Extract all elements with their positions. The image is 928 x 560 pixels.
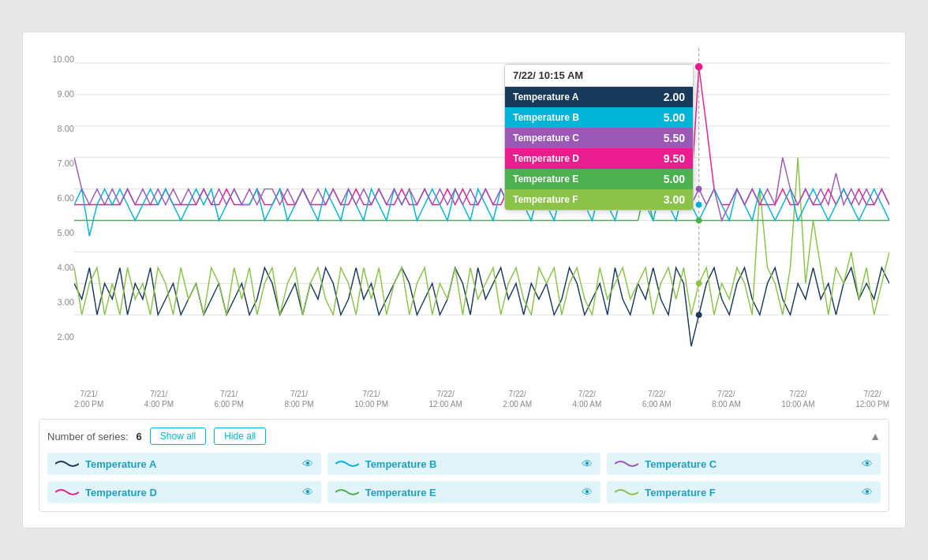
x-label-2: 7/21/6:00 PM [215, 389, 244, 409]
tooltip: 7/22/ 10:15 AM Temperature A 2.00 Temper… [504, 64, 694, 211]
x-label-7: 7/22/4:00 AM [573, 389, 602, 409]
x-axis: 7/21/2:00 PM 7/21/4:00 PM 7/21/6:00 PM 7… [74, 389, 889, 409]
svg-point-10 [696, 312, 702, 318]
y-label-4: 4.00 [58, 263, 74, 272]
legend-line-d [55, 486, 79, 498]
x-label-6: 7/22/2:00 AM [503, 389, 532, 409]
svg-point-12 [696, 186, 702, 192]
legend-label-e: Temperature E [365, 487, 576, 498]
legend-line-a [55, 457, 79, 470]
legend-label-d: Temperature D [85, 487, 296, 498]
x-label-9: 7/22/8:00 AM [712, 389, 741, 409]
legend-item-b[interactable]: Temperature B 👁 [327, 453, 601, 475]
x-label-1: 7/21/4:00 PM [144, 389, 174, 409]
eye-icon-e[interactable]: 👁 [582, 486, 593, 498]
y-label-10: 10.00 [52, 54, 74, 64]
svg-point-14 [696, 218, 702, 224]
tooltip-label-a: Temperature A [513, 91, 578, 103]
tooltip-row-a: Temperature A 2.00 [505, 87, 693, 107]
legend-line-c [615, 457, 638, 470]
eye-icon-b[interactable]: 👁 [582, 457, 593, 470]
tooltip-row-c: Temperature C 5.50 [505, 128, 693, 148]
y-axis: 10.00 9.00 8.00 7.00 6.00 5.00 4.00 3.00… [39, 48, 74, 348]
tooltip-label-e: Temperature E [513, 174, 578, 185]
legend-header: Number of series: 6 Show all Hide all ▲ [47, 427, 881, 445]
x-label-10: 7/22/10:00 AM [781, 389, 814, 409]
legend-label-a: Temperature A [85, 458, 296, 470]
legend-item-d[interactable]: Temperature D 👁 [47, 481, 321, 503]
tooltip-row-d: Temperature D 9.50 [505, 148, 693, 169]
show-all-button[interactable]: Show all [150, 427, 206, 445]
tooltip-title: 7/22/ 10:15 AM [505, 65, 693, 87]
tooltip-value-d: 9.50 [664, 152, 685, 165]
tooltip-label-f: Temperature F [513, 194, 578, 205]
tooltip-row-f: Temperature F 3.00 [505, 189, 693, 210]
tooltip-label-d: Temperature D [513, 153, 579, 164]
eye-icon-f[interactable]: 👁 [862, 486, 873, 498]
legend-label-c: Temperature C [645, 458, 855, 470]
tooltip-value-a: 2.00 [664, 91, 685, 103]
main-card: 10.00 9.00 8.00 7.00 6.00 5.00 4.00 3.00… [22, 32, 906, 528]
legend-series-label: Number of series: [47, 431, 129, 442]
tooltip-value-e: 5.00 [664, 173, 685, 185]
y-label-8: 8.00 [58, 124, 74, 133]
legend-count: 6 [137, 431, 142, 442]
legend-line-f [615, 486, 638, 498]
legend-item-e[interactable]: Temperature E 👁 [327, 481, 601, 503]
legend-grid: Temperature A 👁 Temperature B 👁 Temperat… [47, 453, 881, 503]
x-label-8: 7/22/6:00 AM [642, 389, 672, 409]
x-label-11: 7/22/12:00 PM [855, 389, 889, 409]
y-label-6: 6.00 [58, 193, 74, 203]
x-label-3: 7/21/8:00 PM [284, 389, 313, 409]
legend-item-a[interactable]: Temperature A 👁 [47, 453, 321, 475]
tooltip-value-f: 3.00 [664, 193, 685, 206]
y-label-5: 5.00 [58, 228, 74, 237]
y-label-7: 7.00 [58, 159, 74, 168]
x-label-0: 7/21/2:00 PM [74, 389, 103, 409]
y-label-3: 3.00 [58, 297, 74, 307]
svg-point-13 [695, 63, 703, 71]
legend-line-e [335, 486, 359, 498]
x-label-5: 7/22/12:00 AM [429, 389, 462, 409]
chart-area: 10.00 9.00 8.00 7.00 6.00 5.00 4.00 3.00… [39, 48, 889, 379]
tooltip-row-b: Temperature B 5.00 [505, 107, 693, 128]
tooltip-label-c: Temperature C [513, 133, 579, 144]
legend-collapse-icon[interactable]: ▲ [870, 430, 881, 442]
y-label-9: 9.00 [58, 89, 74, 99]
legend-label-f: Temperature F [645, 487, 855, 498]
eye-icon-a[interactable]: 👁 [302, 457, 313, 470]
chart-svg [74, 48, 889, 348]
tooltip-value-b: 5.00 [664, 111, 685, 124]
tooltip-label-b: Temperature B [513, 112, 579, 123]
y-label-2: 2.00 [58, 332, 74, 342]
eye-icon-d[interactable]: 👁 [302, 486, 313, 498]
hide-all-button[interactable]: Hide all [214, 427, 266, 445]
x-label-4: 7/21/10:00 PM [354, 389, 388, 409]
svg-point-15 [696, 281, 702, 287]
svg-point-11 [696, 202, 702, 208]
tooltip-row-e: Temperature E 5.00 [505, 169, 693, 189]
legend-item-f[interactable]: Temperature F 👁 [607, 481, 881, 503]
legend-item-c[interactable]: Temperature C 👁 [607, 453, 881, 475]
legend-area: Number of series: 6 Show all Hide all ▲ … [39, 419, 889, 512]
legend-label-b: Temperature B [365, 458, 576, 470]
legend-line-b [335, 457, 359, 470]
eye-icon-c[interactable]: 👁 [862, 457, 873, 470]
tooltip-value-c: 5.50 [664, 132, 685, 144]
